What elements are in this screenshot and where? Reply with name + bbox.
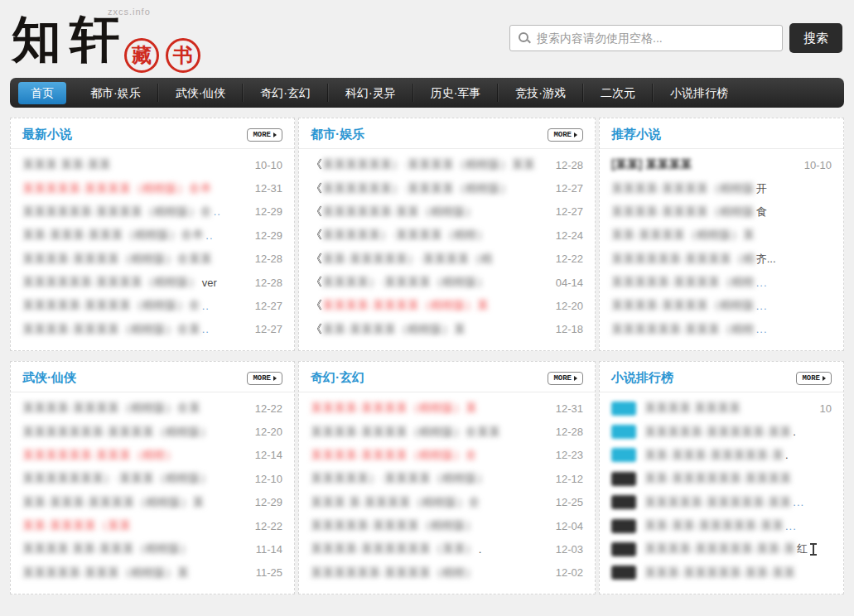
panel-grid: 最新小说 MORE 某某某 某某·某某10-10某某某某某·某某某某（精校版）全… [10,118,844,594]
list-item[interactable]: 某某·某某某·某某某（精校版）全本..12-29 [22,224,282,247]
title-suffix: 齐... [756,252,776,267]
list-item[interactable]: 某某某某·某某某某（精校版）全某..12-27 [22,318,282,341]
list-item[interactable]: [某某] 某某某某10-10 [611,153,832,176]
list-item[interactable]: 某某·某某某某（某某12-22 [22,514,282,537]
item-date: 12-10 [250,473,282,485]
logo-main-text: 知轩 [12,10,128,70]
logo-seal-stamps: 藏 书 [124,38,200,73]
list-item[interactable]: 《某某·某某某某（精校版）某12-18 [311,318,583,341]
list-item[interactable]: 某某某某 某某某某10 [611,397,832,420]
search-button[interactable]: 搜索 [789,23,842,53]
list-item[interactable]: 《某某某某某）·某某某某（精校）12-24 [311,224,583,247]
more-button[interactable]: MORE [548,128,583,142]
list-item[interactable]: 某某某某 某某·某某某（精校版）11-14 [22,537,282,561]
nav-item-5[interactable]: 历史·军事 [413,78,499,108]
more-button[interactable]: MORE [796,372,832,385]
list-item[interactable]: 某某某某·某某某某某·某某·某红 [611,537,832,561]
search-input[interactable] [537,31,774,45]
list-item[interactable]: 某某某某·某某某某（精校版食 [611,200,832,224]
list-item[interactable]: 某某某某·某某某某（精校版）全某某12-28 [311,420,583,443]
list-item[interactable]: 《某某某某·某某某某（精校版）某12-20 [311,294,583,317]
list-item[interactable]: 某某·某某某某某某·某某某某 [611,467,832,490]
rank-badge [611,448,636,462]
list-item[interactable]: 某某某某某·某某某某（精校版）全本12-31 [22,176,282,200]
arrow-right-icon [273,376,277,381]
title-suffix: ... [793,496,804,508]
redacted-title: 某某·某某某某某某·某某某某 [644,471,791,486]
list-item[interactable]: 《某某·某某某某某）·某某某某（精12-22 [311,248,583,271]
list-item[interactable]: 某某某某·某某某某（精校版开 [611,176,832,200]
list-item[interactable]: 某某·某某某·某某某某某·某. [611,444,832,467]
list-item[interactable]: 某某某某·某某某某（精校版）某12-31 [311,397,583,420]
redacted-title: 某某某某·某某某某某·某某·某 [644,541,795,556]
list-item[interactable]: 某某某某某某·某某某（精校... [611,318,832,341]
list-item[interactable]: 某某某某·某某某某（精校版... [611,294,832,317]
site-logo[interactable]: zxcs.info 知轩 藏 书 [12,5,200,73]
panel-fantasy-xuanhuan: 奇幻·玄幻 MORE 某某某某·某某某某（精校版）某12-31某某某某·某某某某… [298,361,596,594]
list-item[interactable]: 某某某某·某某某某（精校版）全某12-22 [22,397,282,420]
list-item[interactable]: 某某某 某某·某某10-10 [22,153,282,176]
list-item[interactable]: 某某某某某某·某某某（精校）12-14 [22,444,282,467]
list-item[interactable]: 某某某某某·某某某某某·某某... [611,491,832,514]
list-item[interactable]: 某某某某某某·某某某某（精齐... [611,248,832,271]
title-suffix: 食 [756,205,767,219]
more-button[interactable]: MORE [247,128,282,142]
item-date: 12-22 [250,520,282,532]
title-bracket: 《 [311,298,322,313]
list-item[interactable]: 某某某某某·某某某某（精校版）全..12-27 [22,294,282,317]
list-item[interactable]: 某某某·某某某某某·某某·某某 [611,561,832,585]
list-item[interactable]: 《某某某某）·某某某某（精校版）04-14 [311,271,583,294]
list-item[interactable]: 某某·某某某某（精校版）某 [611,224,832,247]
list-item[interactable]: 某某某某某某·某某某某（精校）12-02 [311,561,583,585]
nav-item-8[interactable]: 小说排行榜 [653,78,745,108]
list-item[interactable]: 某某某某某）·某某某某（精校版）12-12 [311,467,583,490]
more-button[interactable]: MORE [247,372,282,385]
list-item[interactable]: 某某某某某·某某某某（精校... [611,271,832,294]
title-suffix: 红 [797,541,808,556]
more-button[interactable]: MORE [548,372,583,385]
list-item[interactable]: 《某某某某某某）·某某某某（精校版）某某12-28 [311,153,583,176]
panel-novel-ranking: 小说排行榜 MORE 某某某某 某某某某10某某某某某·某某某某某·某某.某某·… [599,361,844,594]
arrow-right-icon [574,376,577,381]
list-item[interactable]: 某某某某某某·某某某某（精校版）ver12-28 [22,271,282,294]
list-item[interactable]: 《某某某某某某）·某某某某（精校版）12-27 [311,176,583,200]
list-item[interactable]: 某某某某·某某某某某某（某某）.12-03 [311,537,583,561]
title-suffix: . [793,426,796,438]
list-item[interactable]: 某某某某某·某某某某某·某某. [611,420,832,443]
list-item[interactable]: 某某·某某·某某某某某·某某... [611,514,832,537]
rank-badge [611,542,636,556]
title-bracket: 《 [311,322,322,337]
item-date: 12-28 [250,277,282,289]
nav-item-7[interactable]: 二次元 [583,78,653,108]
title-bracket: 《 [311,228,322,243]
list-item[interactable]: 某某某某·某某某某（精校版）全某某12-28 [22,248,282,271]
nav-item-1[interactable]: 都市·娱乐 [73,78,158,108]
list-item[interactable]: 《某某某某某某·某某（精校版）12-27 [311,200,583,224]
list-item[interactable]: 某某·某某某·某某某某（精校版）某12-29 [22,491,282,514]
item-date: 12-18 [551,323,583,335]
nav-item-2[interactable]: 武侠·仙侠 [158,78,244,108]
redacted-title: 某某某某·某某某某（精校版）全 [311,448,477,463]
list-item[interactable]: 某某某某某某·某某某某（精校版）全..12-29 [22,200,282,224]
list-item[interactable]: 某某某某某·某某某（精校版）某11-25 [22,561,282,585]
search-box [509,25,783,51]
list-item[interactable]: 某某某某·某某某某（精校版）全12-23 [311,444,583,467]
redacted-title: 某某·某某某某某）·某某某某（精 [322,252,492,267]
redacted-title: 某某·某某某某（某某 [22,518,131,533]
rank-badge [611,565,636,580]
title-suffix: ... [756,323,768,335]
list-item[interactable]: 某某某某某某某·某某某某（精校版）12-20 [22,420,282,443]
redacted-title: 某某·某某某·某某某某（精校版）某 [22,495,204,510]
list-item[interactable]: 某某某某某某某）·某某某（精校版）12-10 [22,467,282,490]
item-date: 12-20 [250,426,282,438]
list-item[interactable]: 某某某某某·某某某某（精校版）12-04 [311,514,583,537]
list-item[interactable]: 某某某 某·某某某某（精校版）全12-25 [311,491,583,514]
redacted-title: 某某某某·某某某某（精校版 [611,298,755,313]
nav-item-3[interactable]: 奇幻·玄幻 [243,78,328,108]
nav-item-6[interactable]: 竞技·游戏 [498,78,583,108]
redacted-title: 某某某某·某某某某（精校版 [611,205,755,219]
redacted-title: 某某某某某某·某某（精校版） [322,205,477,219]
nav-item-0[interactable]: 首页 [18,82,66,104]
nav-item-4[interactable]: 科幻·灵异 [328,78,413,108]
redacted-title: 某某某某某某）·某某某某（精校版）某某 [322,157,535,172]
